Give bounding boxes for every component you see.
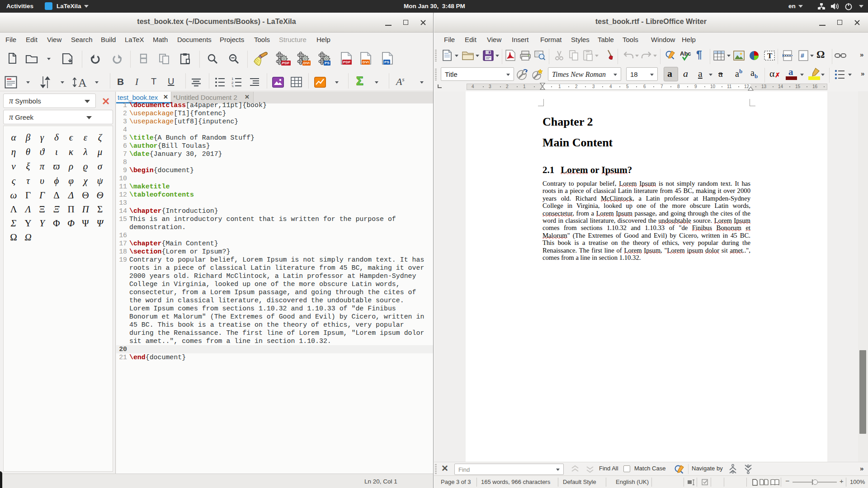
svg-text:3: 3 — [231, 84, 234, 87]
svg-text:A: A — [78, 76, 87, 89]
svg-text:Abc: Abc — [680, 50, 691, 57]
svg-text:1: 1 — [231, 77, 234, 81]
svg-text:#: # — [801, 52, 804, 59]
svg-text:T: T — [767, 52, 773, 60]
